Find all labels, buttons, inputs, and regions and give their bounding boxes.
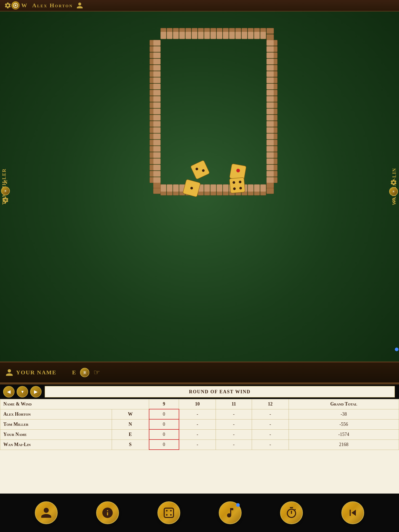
svg-rect-147	[267, 40, 274, 46]
svg-rect-31	[223, 32, 229, 39]
svg-rect-107	[153, 77, 161, 83]
svg-rect-102	[153, 46, 161, 52]
svg-rect-28	[204, 32, 210, 39]
svg-rect-177	[229, 177, 245, 193]
info-button[interactable]	[96, 501, 119, 524]
game-area: 東 W Alex Horton Tom Miller Wan Mai-Lin N…	[0, 0, 399, 384]
next-button[interactable]: ▶	[30, 386, 42, 397]
svg-rect-116	[153, 134, 161, 139]
wind-cell: W	[112, 409, 149, 419]
svg-rect-65	[210, 184, 216, 192]
bottom-player-info: Your Name	[5, 368, 57, 377]
svg-rect-74	[267, 188, 274, 194]
svg-rect-151	[267, 65, 274, 71]
svg-rect-122	[153, 171, 161, 177]
timer-button[interactable]	[280, 501, 303, 524]
col-name-wind: Name & Wind	[0, 399, 149, 409]
wind-cell: E	[112, 429, 149, 440]
bottom-indicators: E 東 ☞	[72, 368, 100, 377]
svg-rect-118	[153, 146, 161, 152]
svg-text:東: 東	[393, 190, 395, 193]
table-row: Alex Horton W 0 - - - -38	[0, 409, 399, 419]
gear-icon[interactable]	[4, 2, 11, 9]
svg-rect-29	[210, 32, 216, 39]
music-button[interactable]	[219, 501, 242, 524]
total-cell: 2168	[289, 440, 399, 450]
score-cell: 0	[149, 409, 179, 419]
score-cell: -	[216, 409, 252, 419]
svg-rect-104	[153, 59, 161, 64]
svg-rect-75	[267, 182, 274, 188]
score-cell: 0	[149, 429, 179, 440]
svg-rect-25	[185, 32, 191, 39]
table-row: Wan Mai-Lin S 0 - - - 2168	[0, 440, 399, 450]
svg-rect-36	[254, 32, 260, 39]
svg-rect-57	[161, 184, 166, 192]
total-cell: -1574	[289, 429, 399, 440]
svg-rect-167	[267, 165, 274, 170]
svg-rect-30	[217, 32, 222, 39]
svg-rect-164	[267, 146, 274, 152]
svg-rect-157	[267, 102, 274, 108]
top-bar: 東 W Alex Horton	[0, 0, 399, 11]
music-notification-dot	[236, 503, 240, 507]
right-wind-circle: 東	[389, 187, 398, 196]
bottom-toolbar	[0, 494, 399, 532]
svg-rect-67	[223, 184, 229, 192]
svg-rect-35	[248, 32, 254, 39]
svg-rect-115	[153, 127, 161, 133]
player-name-cell: Wan Mai-Lin	[0, 440, 112, 450]
score-cell: -	[216, 429, 252, 440]
mahjong-wall	[39, 21, 383, 208]
svg-rect-39	[267, 34, 274, 40]
svg-rect-77	[153, 182, 161, 188]
player-name-cell: Your Name	[0, 429, 112, 440]
right-wind-indicator: 東 S	[389, 179, 398, 204]
svg-rect-120	[153, 158, 161, 164]
svg-rect-153	[267, 77, 274, 83]
bottom-status-bar: Your Name E 東 ☞	[0, 362, 399, 382]
right-gear-icon[interactable]	[390, 179, 397, 186]
svg-text:東: 東	[4, 190, 6, 192]
svg-rect-119	[153, 152, 161, 158]
svg-rect-106	[153, 71, 161, 77]
svg-rect-109	[153, 90, 161, 96]
player-name-cell: Tom Miller	[0, 419, 112, 429]
left-wind-indicator: N 東	[1, 179, 10, 204]
svg-rect-166	[267, 158, 274, 164]
svg-rect-103	[153, 52, 161, 58]
person-icon-top	[76, 2, 83, 9]
svg-rect-114	[153, 121, 161, 127]
col-12: 12	[252, 399, 289, 409]
svg-rect-64	[204, 184, 210, 192]
score-cell: 0	[149, 419, 179, 429]
score-area: ◀ ▾ ▶ Round Of East Wind Name & Wind 9 1…	[0, 384, 399, 494]
score-cell: -	[252, 440, 289, 450]
col-total: Grand Total	[289, 399, 399, 409]
left-gear-icon[interactable]	[2, 196, 9, 204]
score-cell: -	[252, 409, 289, 419]
score-cell: -	[216, 419, 252, 429]
wind-cell: N	[112, 419, 149, 429]
svg-rect-112	[153, 109, 161, 114]
svg-rect-156	[267, 96, 274, 102]
svg-rect-152	[267, 71, 274, 77]
down-button[interactable]: ▾	[17, 386, 28, 397]
svg-rect-66	[217, 184, 222, 192]
svg-rect-160	[267, 121, 274, 127]
back-button[interactable]	[341, 501, 364, 524]
svg-rect-161	[267, 127, 274, 133]
svg-rect-108	[153, 84, 161, 89]
prev-button[interactable]: ◀	[3, 386, 15, 397]
player-name-cell: Alex Horton	[0, 409, 112, 419]
svg-rect-150	[267, 59, 274, 64]
svg-rect-101	[153, 40, 161, 46]
score-cell: -	[216, 440, 252, 450]
profile-button[interactable]	[35, 501, 58, 524]
svg-rect-159	[267, 115, 274, 121]
dice-button[interactable]	[157, 501, 180, 524]
person-icon-bottom	[5, 368, 14, 377]
svg-rect-149	[267, 52, 274, 58]
wind-letter-top: W	[21, 2, 27, 9]
left-wind-circle: 東	[1, 187, 10, 195]
